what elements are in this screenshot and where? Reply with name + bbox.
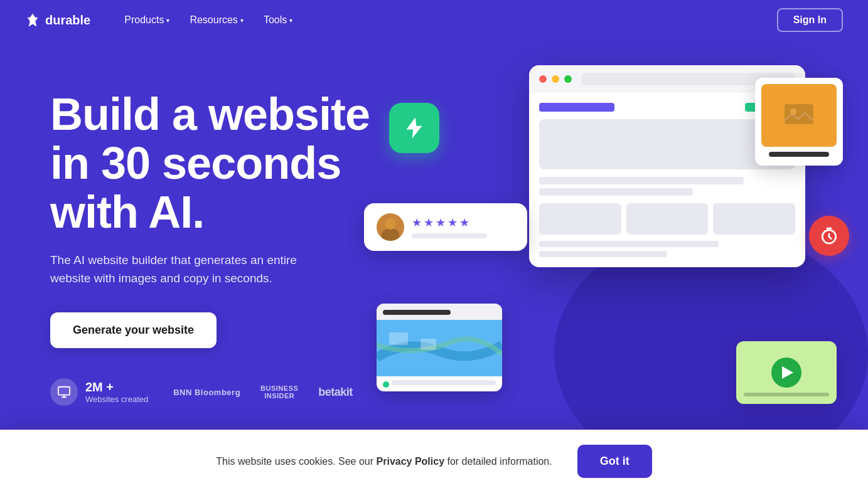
image-card <box>755 78 843 166</box>
stat-label: Websites created <box>85 395 148 404</box>
reviewer-avatar <box>377 213 404 241</box>
hero-title: Build a website in 30 seconds with AI. <box>50 90 402 236</box>
navbar: durable Products ▾ Resources ▾ Tools ▾ S… <box>0 0 868 40</box>
map-topbar <box>377 304 502 320</box>
stats-row: 2M + Websites created BNN Bloomberg BUSI… <box>50 378 402 406</box>
map-address-bar <box>392 380 496 385</box>
video-progress-bar <box>744 393 829 396</box>
browser-card-2 <box>626 203 709 235</box>
products-chevron-icon: ▾ <box>166 17 169 24</box>
star-2: ★ <box>424 216 434 230</box>
browser-maximize-dot <box>564 75 572 83</box>
press-logos: BNN Bloomberg BUSINESS INSIDER betakit <box>173 384 353 400</box>
svg-rect-1 <box>785 104 813 124</box>
cookie-text-before: This website uses cookies. See our <box>216 456 376 467</box>
stat-number: 2M + <box>85 380 148 395</box>
sign-in-button[interactable]: Sign In <box>777 8 843 32</box>
monitor-icon <box>50 378 78 406</box>
svg-point-2 <box>790 109 796 115</box>
star-1: ★ <box>412 216 422 230</box>
svg-rect-5 <box>389 332 408 345</box>
browser-cards-row <box>539 203 795 235</box>
nav-tools[interactable]: Tools ▾ <box>255 9 301 31</box>
hero-section: Build a website in 30 seconds with AI. T… <box>0 40 868 442</box>
image-card-label <box>769 152 829 157</box>
map-card <box>377 304 502 391</box>
star-3: ★ <box>436 216 446 230</box>
hero-subtitle: The AI website builder that generates an… <box>50 252 339 287</box>
star-5: ★ <box>459 216 469 230</box>
browser-card-1 <box>539 203 621 235</box>
review-card: ★ ★ ★ ★ ★ <box>364 203 527 251</box>
hero-left: Build a website in 30 seconds with AI. T… <box>50 65 402 406</box>
lightning-card <box>389 103 439 153</box>
review-text-bar <box>412 233 487 238</box>
browser-card-3 <box>713 203 795 235</box>
map-image <box>377 320 502 376</box>
nav-links: Products ▾ Resources ▾ Tools ▾ <box>115 9 776 31</box>
map-url-bar <box>383 310 451 315</box>
resources-chevron-icon: ▾ <box>240 17 244 24</box>
play-icon <box>771 358 801 388</box>
logo[interactable]: durable <box>25 13 90 28</box>
browser-line-3 <box>539 241 719 247</box>
browser-line-1 <box>539 177 744 184</box>
cookie-text: This website uses cookies. See our Priva… <box>216 454 552 469</box>
browser-line-4 <box>539 251 667 257</box>
svg-rect-0 <box>58 387 70 395</box>
cookie-banner: This website uses cookies. See our Priva… <box>0 430 868 493</box>
browser-minimize-dot <box>552 75 559 83</box>
press-betakit: betakit <box>318 386 353 399</box>
browser-close-dot <box>539 75 547 83</box>
nav-resources[interactable]: Resources ▾ <box>181 9 252 31</box>
map-location-dot <box>383 381 389 388</box>
browser-logo-bar <box>539 103 614 112</box>
map-bottom <box>377 376 502 391</box>
tools-chevron-icon: ▾ <box>289 17 292 24</box>
nav-products[interactable]: Products ▾ <box>115 9 178 31</box>
logo-text: durable <box>45 13 90 28</box>
timer-card <box>809 216 849 256</box>
press-insider: BUSINESS INSIDER <box>260 384 298 400</box>
cookie-privacy-link[interactable]: Privacy Policy <box>377 456 445 467</box>
image-placeholder <box>761 84 837 147</box>
press-bloomberg: BNN Bloomberg <box>173 388 240 397</box>
generate-website-button[interactable]: Generate your website <box>50 312 217 348</box>
video-card <box>736 341 837 404</box>
stat-websites: 2M + Websites created <box>50 378 148 406</box>
svg-rect-6 <box>421 339 436 350</box>
cookie-text-after: for detailed information. <box>444 456 552 467</box>
review-inner: ★ ★ ★ ★ ★ <box>377 213 515 241</box>
review-stars: ★ ★ ★ ★ ★ <box>412 216 487 230</box>
browser-line-2 <box>539 188 693 196</box>
star-4: ★ <box>447 216 458 230</box>
review-content: ★ ★ ★ ★ ★ <box>412 216 487 238</box>
got-it-button[interactable]: Got it <box>577 445 652 478</box>
hero-illustration: ★ ★ ★ ★ ★ <box>389 65 830 442</box>
